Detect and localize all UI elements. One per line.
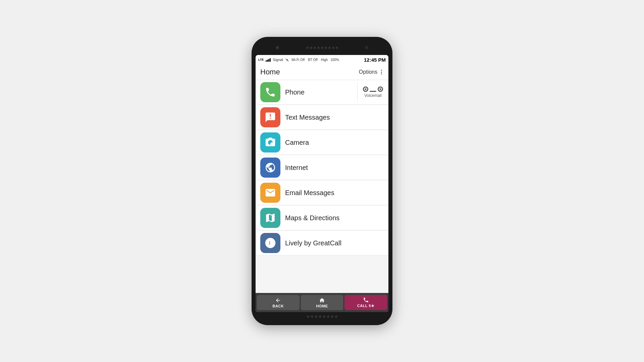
phone-device: LTE Signal Wi-Fi Off BT Off High 100% 12… xyxy=(252,37,392,325)
battery-label: 100% xyxy=(330,58,339,62)
internet-menu-item[interactable]: Internet xyxy=(256,156,388,180)
sensor-hardware xyxy=(365,46,368,49)
camera-label: Camera xyxy=(285,139,309,146)
camera-hardware xyxy=(276,46,279,49)
page-title: Home xyxy=(260,68,280,76)
home-label: HOME xyxy=(316,304,328,308)
options-icon: ⋮ xyxy=(379,69,384,75)
wifi-status xyxy=(285,58,289,61)
bt-label: BT Off xyxy=(308,58,318,62)
signal-label: Signal xyxy=(273,58,283,62)
lte-badge: LTE xyxy=(258,58,264,61)
voicemail-label: Voicemail xyxy=(364,93,381,98)
status-bar: LTE Signal Wi-Fi Off BT Off High 100% 12… xyxy=(256,55,388,64)
top-bar: Home Options ⋮ xyxy=(256,64,388,80)
internet-icon xyxy=(260,158,280,178)
phone-icon xyxy=(260,82,280,102)
bottom-nav-dots xyxy=(307,315,337,318)
sms-icon xyxy=(260,107,280,127)
nav-bar: BACK HOME CALL 5★ xyxy=(256,293,388,312)
back-button[interactable]: BACK xyxy=(257,295,300,310)
phone-label: Phone xyxy=(285,88,305,96)
voicemail-button[interactable]: Voicemail xyxy=(358,80,388,104)
lively-label: Lively by GreatCall xyxy=(285,239,341,247)
phone-button[interactable]: Phone xyxy=(256,80,357,104)
camera-menu-item[interactable]: Camera xyxy=(256,130,388,155)
text-messages-label: Text Messages xyxy=(285,114,330,121)
phone-menu-item[interactable]: Phone Voicemail xyxy=(256,80,388,105)
email-label: Email Messages xyxy=(285,189,334,197)
volume-label: High xyxy=(321,58,328,62)
lively-icon xyxy=(260,233,280,253)
wifi-label: Wi-Fi Off xyxy=(291,58,305,62)
phone-top-hardware xyxy=(256,43,388,52)
maps-directions-menu-item[interactable]: Maps & Directions xyxy=(256,206,388,230)
screen: LTE Signal Wi-Fi Off BT Off High 100% 12… xyxy=(256,55,388,312)
menu-list: Phone Voicemail Text Messages xyxy=(256,80,388,293)
status-left: LTE Signal Wi-Fi Off BT Off High 100% xyxy=(258,58,339,62)
text-messages-menu-item[interactable]: Text Messages xyxy=(256,105,388,130)
camera-icon xyxy=(260,132,280,153)
call-5-button[interactable]: CALL 5★ xyxy=(344,295,387,310)
home-button[interactable]: HOME xyxy=(301,295,343,310)
lively-menu-item[interactable]: Lively by GreatCall xyxy=(256,231,388,255)
options-button[interactable]: Options ⋮ xyxy=(359,69,384,75)
email-messages-menu-item[interactable]: Email Messages xyxy=(256,181,388,205)
back-label: BACK xyxy=(272,304,284,308)
options-label: Options xyxy=(359,69,377,75)
email-icon xyxy=(260,183,280,203)
internet-label: Internet xyxy=(285,164,308,172)
clock: 12:45 PM xyxy=(364,57,386,63)
maps-label: Maps & Directions xyxy=(285,214,339,222)
speaker-hardware xyxy=(306,47,338,49)
maps-icon xyxy=(260,208,280,228)
voicemail-icon xyxy=(363,86,383,92)
signal-icon xyxy=(266,58,271,62)
call5-label: CALL 5★ xyxy=(357,304,375,308)
